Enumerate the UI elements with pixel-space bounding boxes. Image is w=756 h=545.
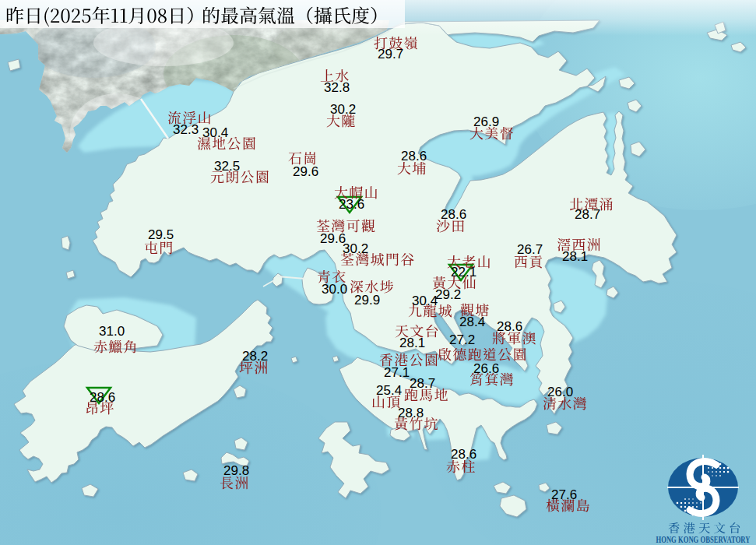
svg-text:HONG KONG OBSERVATORY: HONG KONG OBSERVATORY: [656, 534, 751, 545]
